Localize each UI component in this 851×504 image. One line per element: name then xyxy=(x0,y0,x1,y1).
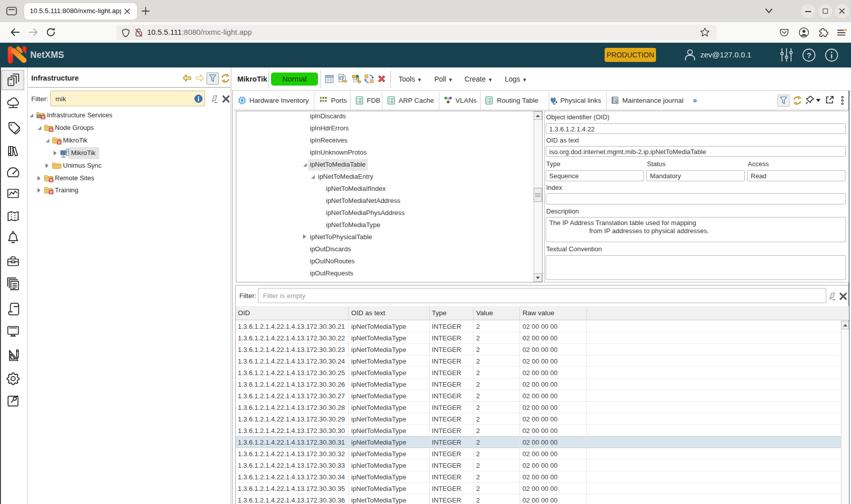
svg-text:?: ? xyxy=(807,51,811,59)
